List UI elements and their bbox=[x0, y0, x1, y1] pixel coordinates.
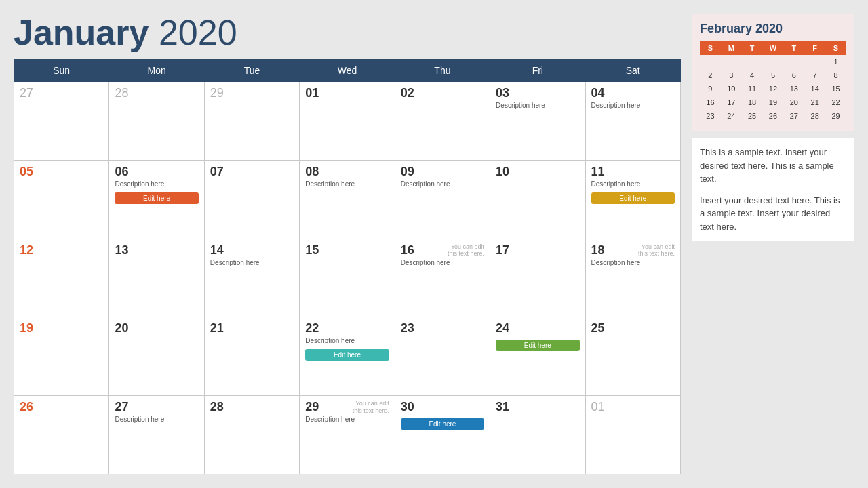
description-text: Description here bbox=[305, 337, 389, 344]
day-number: 26 bbox=[20, 400, 33, 414]
day-cell-02-w0: 02 bbox=[395, 82, 490, 161]
cell-top: 31 bbox=[496, 400, 579, 415]
day-number: 01 bbox=[305, 86, 319, 100]
day-cell-09-w1: 09Description here bbox=[395, 160, 490, 239]
mini-week-row-0: 1 bbox=[700, 55, 846, 68]
day-cell-21-w3: 21 bbox=[204, 317, 299, 396]
col-header-mon: Mon bbox=[109, 60, 204, 82]
edit-button[interactable]: Edit here bbox=[305, 349, 389, 361]
mini-day-cell bbox=[763, 55, 784, 68]
cell-top: 27 bbox=[115, 400, 198, 415]
day-number: 02 bbox=[401, 86, 414, 100]
cell-top: 18You can edit this text here. bbox=[591, 243, 675, 259]
mini-day-cell bbox=[721, 55, 742, 68]
day-cell-03-w0: 03Description here bbox=[490, 82, 585, 161]
year-word: 2020 bbox=[159, 13, 237, 52]
day-cell-04-w0: 04Description here bbox=[585, 82, 680, 161]
cell-top: 21 bbox=[210, 321, 294, 337]
cell-top: 02 bbox=[401, 86, 484, 102]
cell-top: 29You can edit this text here. bbox=[305, 400, 389, 415]
month-title: January 2020 bbox=[14, 14, 681, 52]
description-text: Description here bbox=[210, 259, 294, 266]
day-number: 13 bbox=[115, 243, 128, 258]
edit-button[interactable]: Edit here bbox=[401, 418, 484, 430]
mini-day-cell: 25 bbox=[742, 109, 763, 123]
mini-day-cell bbox=[700, 55, 721, 68]
mini-week-row-2: 9101112131415 bbox=[700, 82, 846, 96]
mini-week-row-3: 16171819202122 bbox=[700, 96, 846, 109]
day-number: 22 bbox=[305, 321, 319, 336]
header-row: SunMonTueWedThuFriSat bbox=[14, 60, 681, 82]
edit-button[interactable]: Edit here bbox=[496, 340, 579, 351]
day-number: 08 bbox=[305, 165, 319, 179]
day-cell-30-w4: 30Edit here bbox=[395, 396, 490, 474]
cell-top: 08 bbox=[305, 165, 389, 180]
mini-day-cell: 12 bbox=[763, 82, 784, 96]
edit-button[interactable]: Edit here bbox=[115, 192, 198, 204]
edit-button[interactable]: Edit here bbox=[591, 192, 675, 204]
cell-top: 07 bbox=[210, 165, 294, 180]
day-cell-20-w3: 20 bbox=[109, 317, 204, 396]
day-cell-22-w3: 22Description hereEdit here bbox=[300, 317, 395, 396]
cell-top: 22 bbox=[305, 321, 389, 337]
col-header-tue: Tue bbox=[204, 60, 299, 82]
day-cell-12-w2: 12 bbox=[14, 239, 109, 317]
day-number: 05 bbox=[20, 165, 33, 179]
col-header-fri: Fri bbox=[490, 60, 585, 82]
cell-top: 01 bbox=[591, 400, 675, 415]
mini-day-cell: 14 bbox=[804, 82, 825, 96]
mini-col-header: T bbox=[742, 41, 763, 55]
edit-note: You can edit this text here. bbox=[634, 243, 675, 258]
day-number: 04 bbox=[591, 86, 605, 100]
day-cell-28-w0: 28 bbox=[109, 82, 204, 161]
mini-week-row-1: 2345678 bbox=[700, 68, 846, 82]
mini-day-cell: 15 bbox=[825, 82, 846, 96]
day-number: 28 bbox=[115, 86, 128, 100]
calendar-header: SunMonTueWedThuFriSat bbox=[14, 60, 681, 82]
day-cell-10-w1: 10 bbox=[490, 160, 585, 239]
cell-top: 27 bbox=[20, 86, 103, 102]
mini-cal-body: 1234567891011121314151617181920212223242… bbox=[700, 55, 846, 123]
day-number: 19 bbox=[20, 321, 33, 336]
day-cell-31-w4: 31 bbox=[490, 396, 585, 474]
col-header-wed: Wed bbox=[300, 60, 395, 82]
sidebar-text-1: This is a sample text. Insert your desir… bbox=[700, 146, 846, 186]
sidebar-text-2: Insert your desired text here. This is a… bbox=[700, 194, 846, 234]
day-cell-16-w2: 16You can edit this text here.Descriptio… bbox=[395, 239, 490, 317]
calendar-body: 272829010203Description here04Descriptio… bbox=[14, 82, 681, 474]
cell-top: 17 bbox=[496, 243, 579, 259]
day-number: 28 bbox=[210, 400, 224, 414]
mini-col-header: S bbox=[700, 41, 721, 55]
mini-week-row-4: 23242526272829 bbox=[700, 109, 846, 123]
day-number: 06 bbox=[115, 165, 128, 179]
day-number: 20 bbox=[115, 321, 128, 336]
day-cell-06-w1: 06Description hereEdit here bbox=[109, 160, 204, 239]
description-text: Description here bbox=[591, 102, 675, 109]
week-row-4: 2627Description here2829You can edit thi… bbox=[14, 396, 681, 474]
day-number: 03 bbox=[496, 86, 509, 100]
cell-top: 04 bbox=[591, 86, 675, 102]
mini-day-cell: 2 bbox=[700, 68, 721, 82]
description-text: Description here bbox=[115, 415, 198, 423]
day-number: 01 bbox=[591, 400, 605, 414]
mini-day-cell: 9 bbox=[700, 82, 721, 96]
cell-top: 14 bbox=[210, 243, 294, 259]
day-cell-17-w2: 17 bbox=[490, 239, 585, 317]
mini-day-cell: 29 bbox=[825, 109, 846, 123]
cell-top: 01 bbox=[305, 86, 389, 102]
mini-day-cell: 28 bbox=[804, 109, 825, 123]
day-number: 29 bbox=[210, 86, 224, 100]
mini-col-header: W bbox=[763, 41, 784, 55]
mini-day-cell: 11 bbox=[742, 82, 763, 96]
day-cell-01-w4: 01 bbox=[585, 396, 680, 474]
day-number: 27 bbox=[115, 400, 128, 414]
cell-top: 30 bbox=[401, 400, 484, 415]
mini-day-cell: 24 bbox=[721, 109, 742, 123]
day-number: 29 bbox=[305, 400, 319, 414]
mini-day-cell: 18 bbox=[742, 96, 763, 109]
day-number: 27 bbox=[20, 86, 33, 100]
day-number: 24 bbox=[496, 321, 509, 336]
cell-top: 09 bbox=[401, 165, 484, 180]
cell-top: 19 bbox=[20, 321, 103, 337]
day-cell-29-w4: 29You can edit this text here.Descriptio… bbox=[300, 396, 395, 474]
